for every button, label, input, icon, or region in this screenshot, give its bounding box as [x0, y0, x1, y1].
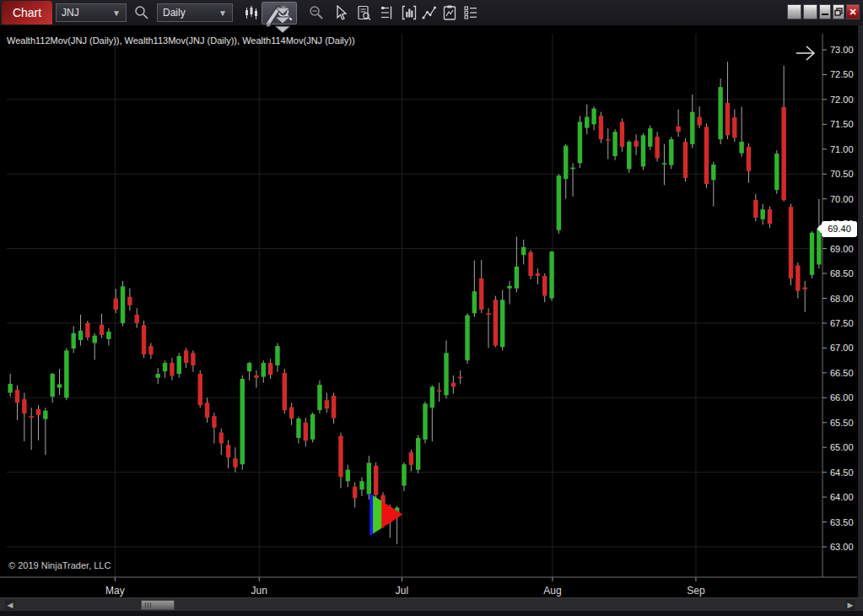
candle [22, 392, 26, 441]
candle [423, 402, 427, 443]
panels-icon [379, 4, 396, 21]
candle [768, 207, 772, 228]
candle [346, 465, 350, 488]
candle [254, 370, 258, 388]
candle [332, 392, 336, 424]
candle [704, 123, 709, 188]
instrument-selector[interactable]: JNJ ▼ [56, 3, 127, 22]
zoom-in-button[interactable] [262, 2, 297, 24]
drawing-tools-button[interactable] [419, 2, 440, 24]
interval-value: Daily [163, 7, 186, 19]
candle [817, 199, 821, 268]
candle [570, 163, 574, 196]
candle [135, 308, 139, 328]
candle [627, 140, 631, 173]
candle [374, 462, 378, 500]
right-window-edge [858, 25, 863, 597]
candle [430, 386, 434, 442]
candle [536, 268, 540, 284]
indicators-button[interactable] [398, 2, 420, 24]
candle [233, 447, 237, 472]
month-label: Jun [251, 585, 267, 597]
candle [683, 138, 688, 181]
zoom-out-button[interactable] [305, 2, 327, 24]
horizontal-scrollbar[interactable]: ◀ ▶ [0, 597, 863, 612]
candle [289, 403, 294, 425]
restore-button[interactable] [833, 4, 844, 19]
candle [458, 370, 462, 384]
candle [500, 289, 504, 350]
price-tick-label: 65.00 [830, 442, 854, 452]
candle [753, 194, 758, 221]
candle [219, 429, 224, 455]
close-button[interactable]: ✕ [846, 4, 860, 19]
indicator-label: Wealth112Mov(JNJ (Daily)), Wealth113Mov(… [7, 35, 355, 46]
panels-button[interactable] [377, 2, 397, 24]
candle [338, 433, 343, 489]
candle [732, 110, 736, 142]
price-tick-label: 67.50 [830, 318, 854, 328]
price-tick-label: 72.00 [830, 95, 854, 105]
price-tick-label: 67.00 [830, 343, 854, 353]
interval-selector[interactable]: Daily ▼ [157, 3, 233, 22]
properties-button[interactable] [461, 2, 481, 24]
candle [212, 413, 216, 444]
candle [718, 78, 722, 144]
candle [240, 376, 245, 470]
go-to-last-bar-arrow-icon [796, 46, 814, 60]
candle [781, 66, 785, 202]
candle [409, 450, 413, 471]
candle [465, 313, 469, 364]
last-price-badge: 69.40 [822, 221, 857, 237]
instrument-search-button[interactable] [132, 2, 152, 24]
window-extra-button-1[interactable] [787, 4, 801, 19]
analyzer-button[interactable] [440, 2, 460, 24]
candle [198, 370, 202, 408]
zoom-in-icon [276, 4, 294, 23]
candle [528, 250, 532, 279]
candle [472, 261, 477, 317]
price-tick-label: 70.50 [830, 169, 854, 179]
scrollbar-thumb[interactable] [141, 600, 175, 610]
candle [226, 440, 230, 468]
window-extra-button-2[interactable] [803, 4, 817, 19]
pointer-tool-button[interactable] [331, 2, 349, 24]
zoom-out-icon [308, 4, 325, 21]
search-icon [133, 4, 150, 21]
price-tick-label: 63.00 [830, 542, 854, 552]
candle [36, 405, 40, 440]
candle [317, 381, 321, 413]
minimize-button[interactable] [819, 4, 831, 19]
candle [494, 296, 498, 348]
candle [676, 110, 680, 137]
data-box-button[interactable] [353, 2, 375, 24]
candle [655, 132, 659, 161]
candle [156, 368, 160, 384]
candle [641, 133, 645, 170]
candle [648, 126, 652, 150]
candle [802, 281, 806, 312]
candle [810, 231, 814, 278]
signal-triangle-marker [369, 493, 403, 536]
candle [205, 397, 209, 422]
candle [564, 144, 568, 199]
candle [275, 343, 279, 372]
price-tick-label: 72.50 [830, 69, 854, 79]
chart-style-button[interactable] [241, 2, 262, 24]
candle [93, 333, 97, 360]
candlestick-chart[interactable]: MayJunJulAugSep63.0063.5064.0064.5065.00… [0, 25, 863, 616]
candle [606, 128, 610, 159]
scroll-right-button[interactable]: ▶ [845, 600, 855, 610]
candle [57, 369, 62, 395]
scroll-left-button[interactable]: ◀ [5, 600, 15, 610]
candle [367, 456, 371, 500]
price-tick-label: 66.50 [830, 368, 854, 378]
candle [359, 478, 364, 496]
candle [451, 376, 456, 394]
chart-tab[interactable]: Chart [2, 1, 52, 24]
candle [760, 204, 764, 225]
candle [669, 137, 673, 169]
candle [262, 360, 266, 383]
candle [148, 343, 153, 359]
candle [542, 273, 547, 302]
